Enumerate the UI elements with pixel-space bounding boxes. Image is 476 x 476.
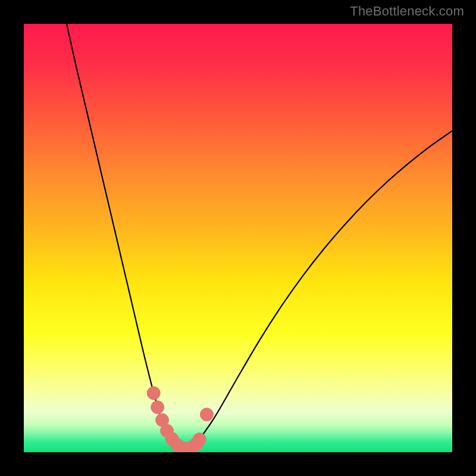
chart-frame: TheBottleneck.com bbox=[0, 0, 476, 476]
marker-point bbox=[193, 433, 206, 446]
marker-group bbox=[147, 387, 213, 452]
bottleneck-curve-right bbox=[182, 131, 452, 452]
plot-area bbox=[24, 24, 452, 452]
watermark-text: TheBottleneck.com bbox=[350, 4, 464, 19]
bottleneck-curve-left bbox=[67, 24, 182, 452]
curve-layer bbox=[24, 24, 452, 452]
marker-point bbox=[200, 408, 213, 421]
marker-point bbox=[151, 400, 164, 414]
marker-point bbox=[147, 387, 160, 400]
